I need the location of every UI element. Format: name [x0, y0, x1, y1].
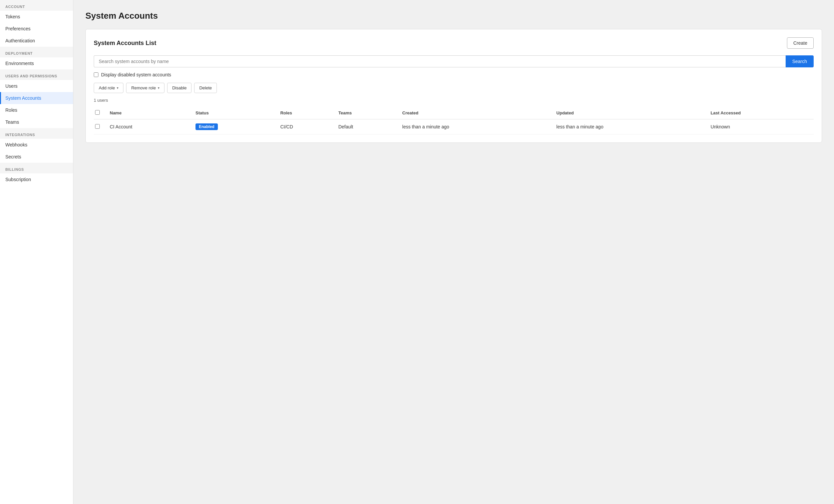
col-name: Name — [106, 107, 192, 119]
card-header: System Accounts List Create — [94, 37, 814, 49]
display-disabled-row: Display disabled system accounts — [94, 72, 814, 78]
create-button[interactable]: Create — [787, 37, 814, 49]
card-title: System Accounts List — [94, 40, 156, 47]
display-disabled-checkbox[interactable] — [94, 72, 98, 77]
remove-role-button[interactable]: Remove role ▾ — [126, 83, 164, 93]
delete-button[interactable]: Delete — [194, 83, 217, 93]
sidebar: ACCOUNTTokensPreferencesAuthenticationDE… — [0, 0, 73, 504]
row-updated: less than a minute ago — [552, 119, 707, 134]
sidebar-item-webhooks[interactable]: Webhooks — [0, 139, 73, 151]
sidebar-item-environments[interactable]: Environments — [0, 57, 73, 69]
sidebar-item-subscription[interactable]: Subscription — [0, 173, 73, 185]
disable-button[interactable]: Disable — [167, 83, 192, 93]
add-role-chevron-icon: ▾ — [117, 86, 118, 90]
sidebar-section-users-and-permissions: USERS AND PERMISSIONS — [0, 69, 73, 80]
sidebar-item-system-accounts[interactable]: System Accounts — [0, 92, 73, 104]
search-input[interactable] — [94, 56, 786, 67]
row-name: CI Account — [106, 119, 192, 134]
remove-role-chevron-icon: ▾ — [158, 86, 159, 90]
col-checkbox — [94, 107, 106, 119]
sidebar-section-integrations: INTEGRATIONS — [0, 128, 73, 139]
remove-role-label: Remove role — [131, 85, 156, 90]
main-content: System Accounts System Accounts List Cre… — [73, 0, 834, 504]
col-created: Created — [398, 107, 552, 119]
col-status: Status — [192, 107, 276, 119]
add-role-label: Add role — [99, 85, 115, 90]
row-created: less than a minute ago — [398, 119, 552, 134]
sidebar-item-users[interactable]: Users — [0, 80, 73, 92]
sidebar-item-authentication[interactable]: Authentication — [0, 35, 73, 47]
col-updated: Updated — [552, 107, 707, 119]
add-role-button[interactable]: Add role ▾ — [94, 83, 124, 93]
select-all-checkbox[interactable] — [95, 110, 100, 115]
row-teams: Default — [334, 119, 398, 134]
sidebar-section-billings: BILLINGS — [0, 163, 73, 173]
user-count: 1 users — [94, 98, 814, 103]
row-status: Enabled — [192, 119, 276, 134]
actions-row: Add role ▾ Remove role ▾ Disable Delete — [94, 83, 814, 93]
accounts-table: Name Status Roles Teams Created Updated … — [94, 107, 814, 134]
row-checkbox-0[interactable] — [95, 124, 100, 129]
table-header: Name Status Roles Teams Created Updated … — [94, 107, 814, 119]
display-disabled-label: Display disabled system accounts — [101, 72, 171, 78]
row-last-accessed: Unknown — [707, 119, 814, 134]
sidebar-item-secrets[interactable]: Secrets — [0, 151, 73, 163]
col-last-accessed: Last Accessed — [707, 107, 814, 119]
page-title: System Accounts — [85, 11, 822, 21]
row-roles: CI/CD — [276, 119, 334, 134]
system-accounts-card: System Accounts List Create Search Displ… — [85, 29, 822, 143]
table-row: CI AccountEnabledCI/CDDefaultless than a… — [94, 119, 814, 134]
sidebar-item-preferences[interactable]: Preferences — [0, 23, 73, 35]
sidebar-item-tokens[interactable]: Tokens — [0, 11, 73, 23]
status-badge: Enabled — [196, 124, 218, 130]
col-roles: Roles — [276, 107, 334, 119]
sidebar-item-teams[interactable]: Teams — [0, 116, 73, 128]
table-body: CI AccountEnabledCI/CDDefaultless than a… — [94, 119, 814, 134]
search-row: Search — [94, 56, 814, 67]
col-teams: Teams — [334, 107, 398, 119]
sidebar-section-account: ACCOUNT — [0, 0, 73, 11]
row-checkbox-cell — [94, 119, 106, 134]
sidebar-item-roles[interactable]: Roles — [0, 104, 73, 116]
sidebar-section-deployment: DEPLOYMENT — [0, 47, 73, 57]
search-button[interactable]: Search — [786, 56, 814, 67]
